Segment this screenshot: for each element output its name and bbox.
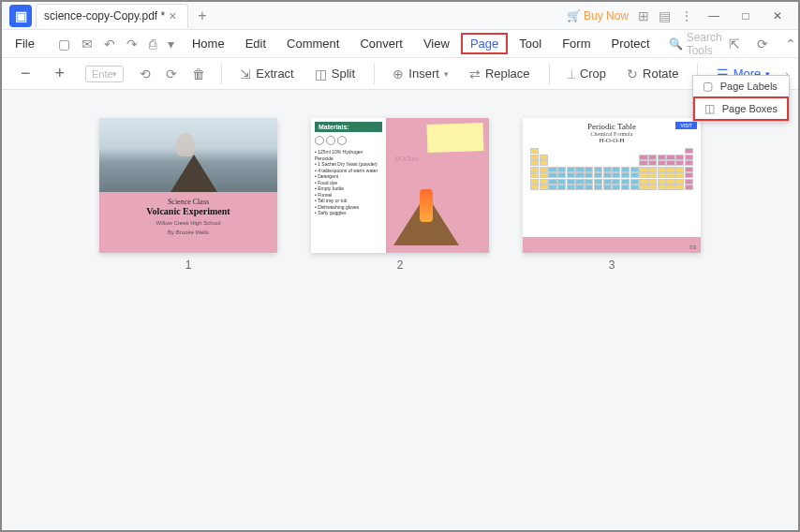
page-number-label: 3 — [609, 259, 615, 272]
minimize-button[interactable]: — — [703, 7, 725, 25]
replace-button[interactable]: ⇄Replace — [462, 63, 538, 85]
thumb-title: Volcanic Experiment — [103, 206, 274, 216]
app-settings-icon[interactable]: ▤ — [659, 8, 671, 23]
search-tools[interactable]: 🔍 Search Tools — [669, 31, 722, 57]
menu-protect[interactable]: Protect — [601, 33, 659, 54]
more-dropdown: ▢ Page Labels ◫ Page Boxes — [692, 75, 790, 122]
app-logo: ▣ — [9, 5, 32, 27]
crop-label: Crop — [580, 66, 606, 81]
close-window-button[interactable]: ✕ — [766, 7, 789, 25]
print-dropdown-icon[interactable]: ▾ — [163, 35, 179, 53]
insert-button[interactable]: ⊕Insert▾ — [385, 63, 456, 85]
menu-tool[interactable]: Tool — [510, 33, 551, 54]
maximize-button[interactable]: □ — [734, 7, 757, 25]
page-canvas: VISIT Science Class Volcanic Experiment … — [2, 90, 798, 530]
print-icon[interactable]: ⎙ — [144, 35, 161, 53]
mail-icon[interactable]: ✉ — [77, 35, 97, 53]
gift-icon[interactable]: ⊞ — [638, 8, 649, 23]
periodic-table — [530, 148, 693, 190]
document-tab[interactable]: science-copy-Copy.pdf * × — [36, 4, 188, 28]
redo-icon[interactable]: ↷ — [122, 35, 142, 53]
zoom-out-button[interactable]: − — [11, 64, 40, 83]
share-icon[interactable]: ⇱ — [724, 35, 745, 53]
replace-label: Replace — [485, 66, 530, 81]
extract-label: Extract — [256, 66, 293, 81]
page-boxes-item[interactable]: ◫ Page Boxes — [693, 96, 789, 121]
collapse-icon[interactable]: ⌃ — [780, 35, 800, 53]
rotate-label: Rotate — [643, 66, 678, 81]
title-bar: ▣ science-copy-Copy.pdf * × + 🛒 Buy Now … — [2, 2, 798, 30]
materials-label: Materials: — [315, 122, 382, 132]
buy-now-label: Buy Now — [584, 9, 629, 22]
periodic-title: Periodic Table — [530, 122, 693, 131]
crop-icon: ⟂ — [568, 66, 575, 81]
thumb-byline: By Brooke Wells — [103, 229, 274, 235]
boom-text: BOOom — [395, 155, 419, 162]
page-number-input[interactable] — [92, 68, 112, 80]
menu-comment[interactable]: Comment — [277, 33, 348, 54]
thumb-school: Willow Creek High School — [103, 220, 274, 226]
split-button[interactable]: ◫Split — [307, 63, 363, 85]
search-placeholder: Search Tools — [687, 31, 722, 57]
thumb-subtitle: Science Class — [103, 198, 274, 206]
page-thumbnail-2[interactable]: VISIT Materials: • 125ml 10% Hydrogen Pe… — [311, 118, 489, 272]
page-labels-icon: ▢ — [703, 80, 713, 93]
page-boxes-icon: ◫ — [704, 102, 715, 115]
menu-view[interactable]: View — [414, 33, 459, 54]
split-label: Split — [332, 66, 355, 81]
periodic-formula: H-O-O-H — [530, 137, 693, 144]
page-thumbnail-3[interactable]: VISIT Periodic Table Chemical Formula H-… — [523, 118, 701, 272]
page-thumbnail-1[interactable]: VISIT Science Class Volcanic Experiment … — [99, 118, 277, 272]
menu-bar: File ▢ ✉ ↶ ↷ ⎙ ▾ Home Edit Comment Conve… — [2, 30, 798, 58]
delete-page-icon[interactable]: 🗑 — [187, 65, 210, 83]
split-icon: ◫ — [315, 66, 327, 81]
search-icon: 🔍 — [669, 37, 683, 51]
page-boxes-text: Page Boxes — [722, 103, 778, 114]
insert-label: Insert — [408, 66, 439, 81]
menu-convert[interactable]: Convert — [350, 33, 412, 54]
insert-icon: ⊕ — [393, 66, 404, 81]
rotate-icon: ↻ — [627, 66, 638, 81]
zoom-in-button[interactable]: + — [46, 64, 75, 83]
menu-home[interactable]: Home — [183, 33, 234, 54]
rotate-ccw-icon[interactable]: ⟲ — [135, 65, 156, 83]
page-labels-item[interactable]: ▢ Page Labels — [693, 76, 789, 96]
page-number-label: 2 — [397, 259, 404, 272]
page-labels-text: Page Labels — [720, 81, 778, 92]
replace-icon: ⇄ — [469, 66, 481, 81]
menu-dots-icon[interactable]: ⋮ — [680, 8, 693, 23]
chevron-down-icon: ▾ — [444, 69, 449, 79]
extract-button[interactable]: ⇲Extract — [232, 63, 301, 85]
undo-icon[interactable]: ↶ — [99, 35, 120, 53]
thumb-badge: VISIT — [675, 122, 697, 129]
save-icon[interactable]: ▢ — [53, 35, 75, 53]
extract-icon: ⇲ — [240, 66, 251, 81]
tab-title: science-copy-Copy.pdf * — [44, 9, 165, 22]
rotate-button[interactable]: ↻Rotate — [619, 63, 686, 85]
rotate-cw-icon[interactable]: ⟳ — [161, 65, 182, 83]
buy-now-link[interactable]: 🛒 Buy Now — [567, 9, 629, 22]
menu-page[interactable]: Page — [461, 33, 508, 54]
close-tab-icon[interactable]: × — [165, 8, 180, 23]
add-tab-button[interactable]: + — [188, 7, 215, 24]
file-menu[interactable]: File — [7, 33, 42, 54]
menu-form[interactable]: Form — [553, 33, 600, 54]
page-toolbar: − + ▾ ⟲ ⟳ 🗑 ⇲Extract ◫Split ⊕Insert▾ ⇄Re… — [2, 58, 798, 90]
slide-number: 03 — [689, 244, 696, 250]
cloud-icon[interactable]: ⟳ — [752, 35, 773, 53]
crop-button[interactable]: ⟂Crop — [560, 63, 614, 85]
chevron-down-icon[interactable]: ▾ — [112, 69, 117, 79]
materials-list: • 125ml 10% Hydrogen Peroxide• 1 Sachet … — [315, 149, 382, 216]
page-number-label: 1 — [185, 259, 192, 272]
menu-edit[interactable]: Edit — [236, 33, 275, 54]
page-number-input-wrap[interactable]: ▾ — [85, 66, 124, 82]
